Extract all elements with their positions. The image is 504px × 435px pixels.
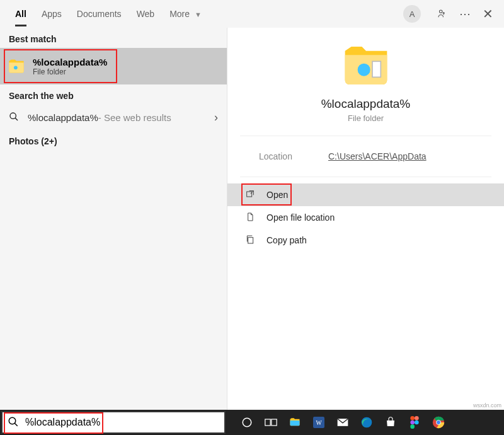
tab-apps[interactable]: Apps	[34, 3, 69, 25]
tab-web[interactable]: Web	[129, 3, 163, 25]
action-copy-path-label: Copy path	[266, 235, 307, 245]
search-scope-tabs: All Apps Documents Web More ▼ A ⋯ ✕	[0, 0, 504, 28]
web-result-suffix: - See web results	[98, 112, 171, 123]
best-match-title: %localappdata%	[33, 57, 107, 67]
cortana-icon[interactable]	[239, 415, 255, 430]
chevron-down-icon: ▼	[195, 11, 202, 18]
open-icon	[245, 189, 259, 201]
svg-point-18	[410, 420, 415, 425]
chrome-icon[interactable]	[431, 415, 446, 430]
web-result-row[interactable]: %localappdata% - See web results ›	[0, 105, 227, 130]
folder-icon	[341, 40, 391, 91]
action-open-file-location[interactable]: Open file location	[227, 206, 504, 229]
results-pane: Best match %localappdata% File folder Se…	[0, 28, 227, 410]
tab-all[interactable]: All	[8, 3, 34, 25]
options-icon[interactable]: ⋯	[454, 3, 476, 25]
label-photos: Photos (2+)	[0, 130, 227, 150]
details-header: %localappdata% File folder	[240, 28, 491, 136]
svg-rect-11	[265, 419, 270, 426]
search-icon	[8, 416, 19, 429]
svg-rect-7	[248, 237, 253, 243]
details-title: %localappdata%	[321, 97, 411, 111]
best-match-subtitle: File folder	[33, 67, 107, 76]
svg-point-10	[243, 418, 251, 427]
figma-icon[interactable]	[407, 415, 422, 430]
svg-point-20	[410, 424, 415, 429]
user-avatar[interactable]: A	[403, 5, 421, 23]
action-open-label: Open	[266, 190, 288, 200]
web-result-query: %localappdata%	[28, 112, 98, 123]
svg-point-17	[415, 416, 419, 420]
svg-rect-5	[372, 61, 381, 77]
taskbar-icons: W	[226, 415, 446, 430]
watermark: wsxdn.com	[473, 402, 501, 409]
word-icon[interactable]: W	[311, 415, 326, 430]
svg-point-1	[14, 66, 18, 69]
action-open[interactable]: Open	[227, 183, 504, 206]
action-open-file-location-label: Open file location	[266, 212, 335, 223]
location-row: Location C:\Users\ACER\AppData	[240, 136, 491, 177]
svg-point-8	[9, 417, 16, 424]
file-location-icon	[245, 212, 259, 224]
svg-point-4	[357, 64, 370, 76]
edge-icon[interactable]	[359, 415, 374, 430]
tab-more[interactable]: More ▼	[162, 3, 209, 25]
svg-rect-12	[272, 419, 277, 426]
taskbar-search[interactable]	[1, 411, 226, 434]
folder-icon	[8, 57, 25, 75]
svg-point-23	[437, 420, 440, 424]
copy-icon	[245, 235, 259, 246]
details-subtitle: File folder	[348, 113, 384, 123]
svg-point-2	[10, 113, 16, 119]
chevron-right-icon: ›	[214, 111, 218, 124]
taskbar: W	[0, 410, 504, 435]
label-best-match: Best match	[0, 28, 227, 48]
svg-point-16	[410, 416, 415, 420]
task-view-icon[interactable]	[263, 415, 278, 430]
search-icon	[9, 112, 21, 124]
store-icon[interactable]	[383, 415, 398, 430]
search-input[interactable]	[24, 416, 219, 429]
svg-text:W: W	[316, 419, 322, 426]
best-match-result[interactable]: %localappdata% File folder	[0, 48, 227, 84]
svg-line-9	[14, 423, 18, 426]
location-path[interactable]: C:\Users\ACER\AppData	[328, 151, 427, 161]
tab-documents[interactable]: Documents	[69, 3, 129, 25]
svg-line-3	[15, 118, 18, 120]
svg-point-19	[415, 420, 419, 425]
tab-more-label: More	[169, 9, 190, 19]
svg-rect-6	[247, 192, 252, 197]
location-label: Location	[259, 151, 328, 161]
mail-icon[interactable]	[335, 415, 350, 430]
label-search-web: Search the web	[0, 84, 227, 105]
action-copy-path[interactable]: Copy path	[227, 229, 504, 252]
feedback-icon[interactable]	[431, 3, 454, 25]
close-icon[interactable]: ✕	[476, 3, 499, 25]
file-explorer-icon[interactable]	[287, 415, 302, 430]
details-pane: %localappdata% File folder Location C:\U…	[227, 28, 504, 410]
svg-point-0	[440, 10, 443, 13]
